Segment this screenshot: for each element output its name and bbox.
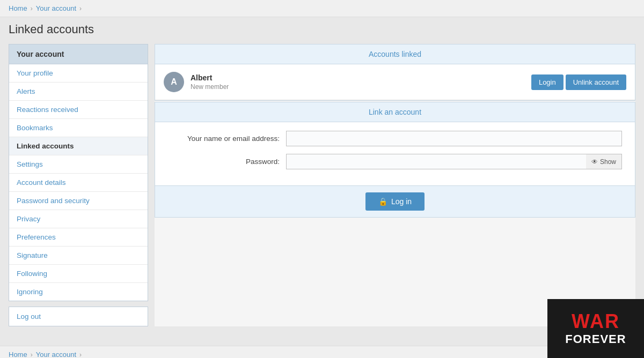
bottom-sep2: › [79, 351, 82, 359]
logo: WAR FOREVER [565, 312, 626, 345]
sidebar: Your account Your profile Alerts Reactio… [9, 44, 148, 326]
bottom-home-link[interactable]: Home [9, 350, 27, 358]
sidebar-logout: Log out [9, 307, 148, 326]
sidebar-section-header: Your account [9, 44, 148, 64]
accounts-linked-header: Accounts linked [155, 44, 635, 64]
sidebar-item-reactions-received[interactable]: Reactions received [9, 101, 148, 119]
log-in-label: Log in [391, 197, 412, 206]
log-in-button[interactable]: 🔒 Log in [365, 192, 425, 211]
password-row: Password: 👁 Show [168, 154, 622, 169]
account-row: A Albert New member Login Unlink account [155, 64, 635, 100]
account-info: Albert New member [191, 73, 525, 91]
sidebar-item-signature[interactable]: Signature [9, 247, 148, 265]
breadcrumb-sep1: › [31, 5, 33, 12]
avatar: A [164, 72, 184, 92]
sidebar-item-alerts[interactable]: Alerts [9, 83, 148, 101]
link-account-panel: Link an account Your name or email addre… [155, 102, 635, 218]
sidebar-item-account-details[interactable]: Account details [9, 174, 148, 192]
sidebar-item-settings[interactable]: Settings [9, 155, 148, 174]
breadcrumb-account-link[interactable]: Your account [36, 4, 76, 12]
sidebar-item-privacy[interactable]: Privacy [9, 210, 148, 228]
account-actions: Login Unlink account [531, 74, 626, 90]
sidebar-item-ignoring[interactable]: Ignoring [9, 283, 148, 301]
logo-war: WAR [572, 310, 620, 332]
email-row: Your name or email address: [168, 131, 622, 146]
eye-icon: 👁 [591, 158, 598, 166]
breadcrumb-sep2: › [79, 5, 82, 12]
unlink-account-button[interactable]: Unlink account [566, 74, 626, 90]
form-area: Your name or email address: Password: 👁 … [155, 122, 635, 185]
bottom-sep1: › [31, 351, 33, 359]
avatar-letter: A [171, 77, 177, 87]
password-wrapper: 👁 Show [286, 154, 622, 169]
show-password-button[interactable]: 👁 Show [586, 154, 622, 169]
accounts-linked-panel: Accounts linked A Albert New member Logi… [155, 44, 635, 101]
sidebar-item-your-profile[interactable]: Your profile [9, 64, 148, 83]
sidebar-nav: Your profile Alerts Reactions received B… [9, 64, 148, 301]
logo-forever: FOREVER [565, 333, 626, 345]
account-role: New member [191, 83, 525, 91]
logo-area: WAR FOREVER [547, 299, 644, 358]
sidebar-item-bookmarks[interactable]: Bookmarks [9, 119, 148, 137]
main-layout: Your account Your profile Alerts Reactio… [0, 44, 644, 335]
page-title: Linked accounts [0, 17, 644, 44]
link-account-header: Link an account [155, 102, 635, 122]
sidebar-item-following[interactable]: Following [9, 265, 148, 283]
breadcrumb: Home › Your account › [0, 0, 644, 17]
sidebar-item-linked-accounts[interactable]: Linked accounts [9, 137, 148, 155]
sidebar-item-preferences[interactable]: Preferences [9, 228, 148, 247]
email-label: Your name or email address: [168, 135, 286, 143]
login-button[interactable]: Login [531, 74, 564, 90]
breadcrumb-home-link[interactable]: Home [9, 4, 27, 12]
sidebar-item-password-security[interactable]: Password and security [9, 192, 148, 210]
password-label: Password: [168, 158, 286, 166]
bottom-account-link[interactable]: Your account [36, 350, 76, 358]
logout-link[interactable]: Log out [9, 307, 148, 326]
lock-icon: 🔒 [378, 197, 387, 206]
account-name: Albert [191, 73, 525, 82]
content-area: Accounts linked A Albert New member Logi… [155, 44, 635, 326]
email-input[interactable] [286, 131, 622, 146]
password-input[interactable] [286, 154, 622, 169]
form-footer: 🔒 Log in [155, 185, 635, 217]
show-label: Show [600, 158, 616, 166]
